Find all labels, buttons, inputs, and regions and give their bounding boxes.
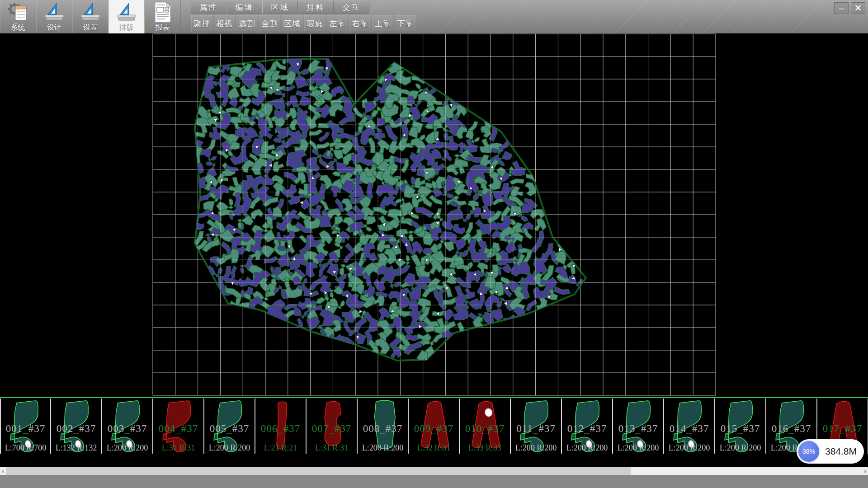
- ruler-icon: [43, 1, 65, 23]
- action-button-全割[interactable]: 全割: [259, 15, 280, 32]
- piece-thumbnail-014_#37[interactable]: 014_#37 L:200 R:200: [664, 399, 715, 454]
- piece-thumbnail-005_#37[interactable]: 005_#37 L:200 R:200: [204, 399, 255, 454]
- piece-id: 001_#37: [1, 423, 50, 435]
- memory-status-pill: 38% 384.8M: [797, 439, 864, 464]
- piece-id: 009_#37: [409, 423, 459, 435]
- memory-usage-text: 384.8M: [825, 446, 857, 457]
- menu-tab-交互[interactable]: 交互: [334, 1, 369, 14]
- menu-tabs-group: 属性编辑区域排料交互: [191, 1, 369, 14]
- window-controls: – ✕: [834, 2, 865, 14]
- scroll-right-icon[interactable]: ›: [862, 467, 868, 475]
- minimize-button[interactable]: –: [834, 2, 849, 14]
- piece-id: 008_#37: [358, 423, 408, 435]
- piece-id: 004_#37: [153, 423, 203, 435]
- action-button-右靠[interactable]: 右靠: [349, 15, 371, 32]
- piece-id: 006_#37: [255, 423, 306, 435]
- piece-id: 016_#37: [766, 423, 816, 435]
- main-button-label: 报表: [156, 23, 170, 32]
- piece-lr-count: L:33 R:33: [460, 443, 510, 453]
- menu-tab-编辑[interactable]: 编辑: [226, 1, 262, 14]
- main-button-系统[interactable]: 系统: [0, 0, 36, 33]
- main-button-排版[interactable]: 排版: [108, 0, 145, 33]
- piece-thumbnail-011_#37[interactable]: 011_#37 L:200 R:200: [511, 399, 562, 454]
- piece-id: 015_#37: [715, 423, 765, 435]
- action-button-相机[interactable]: 相机: [214, 15, 235, 32]
- main-button-设置[interactable]: 设置: [72, 0, 108, 33]
- scrollbar-thumb[interactable]: [6, 467, 631, 475]
- main-button-设计[interactable]: 设计: [36, 0, 72, 33]
- piece-lr-count: L:32 R:31: [409, 443, 459, 453]
- action-button-上靠[interactable]: 上靠: [372, 15, 393, 32]
- piece-id: 007_#37: [307, 423, 357, 435]
- piece-thumbnail-012_#37[interactable]: 012_#37 L:200 R:200: [562, 399, 613, 454]
- menu-tab-排料[interactable]: 排料: [298, 1, 334, 14]
- piece-thumbnail-015_#37[interactable]: 015_#37 L:200 R:200: [715, 399, 766, 454]
- piece-lr-count: L:200 R:200: [613, 443, 663, 453]
- piece-thumbnail-002_#37[interactable]: 002_#37 L:132 R:132: [51, 399, 102, 454]
- piece-id: 005_#37: [204, 423, 255, 435]
- main-button-报表[interactable]: 报表: [145, 0, 181, 33]
- piece-lr-count: L:200 R:200: [102, 443, 152, 453]
- piece-thumbnail-013_#37[interactable]: 013_#37 L:200 R:200: [613, 399, 664, 454]
- main-button-label: 设置: [83, 23, 98, 32]
- action-button-选割[interactable]: 选割: [236, 15, 258, 32]
- piece-lr-count: L:200 R:200: [204, 443, 255, 453]
- piece-thumbnail-strip: 001_#37 L:700 R:700 002_#37 L:132 R:132 …: [0, 397, 868, 455]
- action-button-瑕疵[interactable]: 瑕疵: [304, 15, 326, 32]
- percent-badge: 38%: [797, 440, 820, 463]
- action-button-左靠[interactable]: 左靠: [327, 15, 348, 32]
- piece-lr-count: L:200 R:200: [562, 443, 612, 453]
- piece-thumbnail-001_#37[interactable]: 001_#37 L:700 R:700: [0, 399, 51, 454]
- piece-thumbnail-008_#37[interactable]: 008_#37 L:200 R:200: [358, 399, 409, 454]
- main-buttons-group: 系统 设计 设置 排版 报表: [0, 0, 181, 33]
- piece-id: 002_#37: [51, 423, 101, 435]
- piece-id: 013_#37: [613, 423, 663, 435]
- close-button[interactable]: ✕: [851, 2, 865, 14]
- menu-tab-属性[interactable]: 属性: [191, 1, 226, 14]
- piece-thumbnail-003_#37[interactable]: 003_#37 L:200 R:200: [102, 399, 153, 454]
- piece-id: 003_#37: [102, 423, 152, 435]
- main-button-label: 设计: [47, 23, 61, 32]
- ruler-icon: [116, 1, 137, 23]
- piece-thumbnail-009_#37[interactable]: 009_#37 L:32 R:31: [409, 399, 460, 454]
- action-button-聚排[interactable]: 聚排: [191, 15, 212, 32]
- piece-thumbnail-004_#37[interactable]: 004_#37 L:31 R:31: [153, 399, 204, 454]
- nesting-canvas-svg: [0, 33, 868, 397]
- piece-lr-count: L:200 R:200: [358, 443, 408, 453]
- report-icon: [153, 1, 172, 23]
- piece-id: 017_#37: [817, 423, 868, 435]
- action-buttons-row: 聚排相机选割全割区域瑕疵左靠右靠上靠下靠: [191, 15, 416, 32]
- piece-lr-count: L:31 R:31: [153, 443, 203, 453]
- piece-lr-count: L:31 R:31: [307, 443, 357, 453]
- piece-id: 011_#37: [511, 423, 561, 435]
- main-button-label: 系统: [11, 23, 25, 32]
- piece-lr-count: L:21 R:21: [255, 443, 306, 453]
- piece-thumbnail-006_#37[interactable]: 006_#37 L:21 R:21: [255, 399, 307, 454]
- menu-tab-区域[interactable]: 区域: [262, 1, 298, 14]
- piece-thumbnail-007_#37[interactable]: 007_#37 L:31 R:31: [307, 399, 358, 454]
- nesting-canvas[interactable]: [0, 33, 868, 397]
- action-button-下靠[interactable]: 下靠: [395, 15, 416, 32]
- scroll-left-icon[interactable]: ‹: [0, 467, 6, 475]
- piece-id: 010_#37: [460, 423, 510, 435]
- piece-id: 014_#37: [664, 423, 714, 435]
- title-bar: 系统 设计 设置 排版 报表 属性编辑区域排料交互 聚排相机选割全割区域瑕疵左靠…: [0, 0, 868, 33]
- piece-id: 012_#37: [562, 423, 612, 435]
- main-button-label: 排版: [119, 23, 134, 32]
- horizontal-scrollbar[interactable]: ‹ ›: [0, 467, 868, 475]
- piece-lr-count: L:132 R:132: [51, 443, 101, 453]
- ruler-icon: [80, 1, 101, 23]
- piece-lr-count: L:200 R:200: [715, 443, 765, 453]
- piece-lr-count: L:200 R:200: [664, 443, 714, 453]
- piece-lr-count: L:700 R:700: [1, 443, 50, 453]
- piece-lr-count: L:200 R:200: [511, 443, 561, 453]
- piece-thumbnail-010_#37[interactable]: 010_#37 L:33 R:33: [460, 399, 511, 454]
- action-button-区域[interactable]: 区域: [282, 15, 303, 32]
- bottom-bar: [0, 475, 868, 488]
- system-gear-icon: [7, 1, 29, 23]
